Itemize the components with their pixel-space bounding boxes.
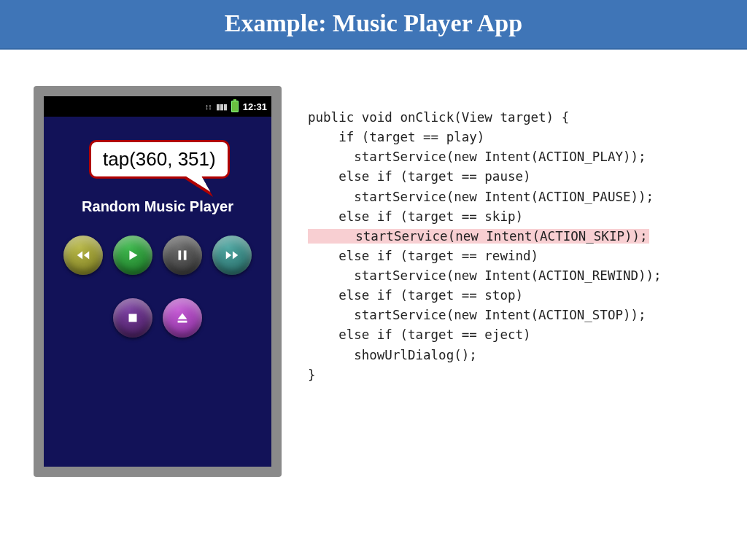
player-controls-row-1 (44, 236, 271, 275)
code-line: else if (target == eject) (308, 327, 531, 342)
rewind-button[interactable] (63, 236, 103, 275)
code-line: startService(new Intent(ACTION_PLAY)); (308, 149, 646, 164)
code-line: if (target == play) (308, 130, 484, 144)
network-icon: ↕↕ (205, 102, 212, 111)
pause-icon (174, 247, 190, 263)
phone-frame: ↕↕ ▮▮▮ 12:31 tap(360, 351) Random Music … (34, 86, 282, 477)
code-line: startService(new Intent(ACTION_REWIND)); (308, 268, 662, 283)
play-icon (125, 247, 141, 263)
battery-icon (231, 101, 239, 112)
code-line: startService(new Intent(ACTION_PAUSE)); (308, 190, 654, 204)
skip-button[interactable] (212, 236, 252, 275)
app-title: Random Music Player (44, 198, 271, 215)
code-line: else if (target == rewind) (308, 249, 538, 263)
player-controls-row-2 (44, 298, 271, 338)
code-line: else if (target == skip) (308, 209, 523, 224)
code-snippet: public void onClick(View target) { if (t… (308, 86, 662, 477)
code-line: else if (target == stop) (308, 288, 523, 303)
pause-button[interactable] (163, 236, 202, 275)
code-line: public void onClick(View target) { (308, 110, 569, 125)
stop-icon (125, 310, 141, 326)
rewind-icon (75, 247, 91, 263)
slide-content: ↕↕ ▮▮▮ 12:31 tap(360, 351) Random Music … (0, 50, 747, 477)
skip-icon (224, 247, 240, 263)
play-button[interactable] (113, 236, 152, 275)
signal-icon: ▮▮▮ (216, 102, 227, 112)
status-clock: 12:31 (243, 101, 267, 112)
stop-button[interactable] (113, 298, 152, 338)
eject-button[interactable] (163, 298, 202, 338)
code-line: showUrlDialog(); (308, 348, 477, 362)
status-bar: ↕↕ ▮▮▮ 12:31 (44, 96, 271, 117)
tap-annotation-bubble: tap(360, 351) (89, 140, 230, 179)
phone-screen: ↕↕ ▮▮▮ 12:31 tap(360, 351) Random Music … (44, 96, 271, 467)
code-line: else if (target == pause) (308, 169, 531, 184)
code-line: startService(new Intent(ACTION_STOP)); (308, 308, 646, 322)
code-line-highlighted: startService(new Intent(ACTION_SKIP)); (308, 229, 649, 244)
slide-title: Example: Music Player App (0, 0, 747, 50)
code-line: } (308, 368, 316, 382)
eject-icon (174, 310, 190, 326)
svg-rect-0 (129, 314, 137, 322)
